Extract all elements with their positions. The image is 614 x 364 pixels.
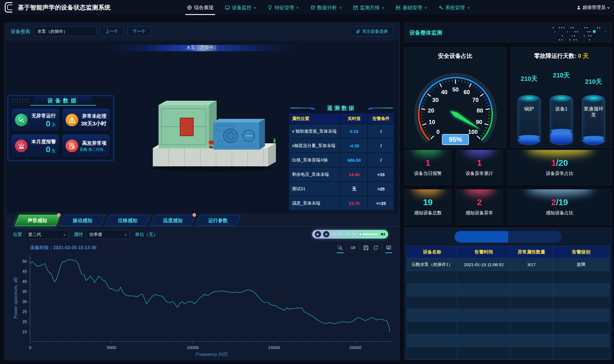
stat-value: 0天 bbox=[46, 120, 56, 128]
alarm-table-row[interactable] bbox=[407, 309, 610, 322]
nav-icon bbox=[353, 5, 358, 10]
next-device-button[interactable]: 下一个 bbox=[127, 26, 151, 36]
stat-value: 2/19 bbox=[551, 198, 568, 207]
player-seek-slider[interactable] bbox=[359, 234, 378, 235]
svg-text:30: 30 bbox=[22, 299, 27, 304]
nav-icon bbox=[187, 5, 192, 10]
telemetry-row[interactable]: 位移_泵体首端X轴 686.00 / bbox=[289, 153, 394, 167]
alarm-monitor-panel: 设备名称告警时间异常属性数量告警级别 云酷水泵（勿操作1）2021-01-15 … bbox=[404, 227, 612, 360]
svg-text:Power spectrum, dB: Power spectrum, dB bbox=[13, 277, 18, 319]
device-panel: 设备搜索 上一个 下一个 关注设备选择 水泵（勿操作） bbox=[4, 22, 400, 360]
warning-triangle-icon bbox=[66, 114, 78, 126]
focus-device-button[interactable]: 关注设备选择 bbox=[350, 26, 393, 36]
alarm-table-row[interactable] bbox=[407, 271, 610, 284]
sense-tab[interactable]: 温度感知 bbox=[150, 215, 196, 226]
spectrum-chart-section: 采集时间：2021-02-05 15:13:46 152025303540455… bbox=[12, 243, 395, 359]
chevron-down-icon: ∨ bbox=[607, 6, 610, 9]
stop-button[interactable]: ■ bbox=[323, 231, 329, 237]
device-title-banner: 水泵（勿操作） bbox=[99, 44, 306, 52]
svg-text:50: 50 bbox=[22, 259, 27, 264]
svg-text:30: 30 bbox=[432, 97, 438, 103]
nav-item[interactable]: 监测月报 ∨ bbox=[347, 0, 390, 15]
cylinder-group: 210天 锅炉 210天 设备1 210天 浆液循环泵 bbox=[511, 64, 612, 145]
chevron-down-icon: ∨ bbox=[63, 233, 66, 236]
svg-text:100: 100 bbox=[468, 129, 478, 135]
nav-item[interactable]: 系统管理 ∨ bbox=[433, 0, 475, 15]
prev-device-button[interactable]: 上一个 bbox=[100, 26, 124, 36]
alarm-tab[interactable] bbox=[455, 231, 508, 243]
sense-tab[interactable]: 振动感知 bbox=[60, 215, 105, 226]
overview-stat-box: 2 感知设备异常 bbox=[455, 189, 503, 225]
sense-tab[interactable]: 运行参数 bbox=[196, 215, 241, 226]
attribute-label: 属性 bbox=[74, 232, 83, 238]
refresh-icon[interactable] bbox=[372, 244, 379, 251]
overview-stat-box: 1/20 设备异常占比 bbox=[507, 150, 612, 185]
user-menu[interactable]: 超级管理员 ∨ bbox=[577, 0, 609, 15]
alert-badge bbox=[192, 213, 196, 217]
nav-item[interactable]: 基础管理 ∨ bbox=[390, 0, 432, 15]
svg-text:10000: 10000 bbox=[187, 345, 199, 350]
telemetry-row[interactable]: 剩余电压_泵体末端 14.00 <15 bbox=[289, 167, 394, 182]
cylinder-name: 浆液循环泵 bbox=[584, 106, 604, 118]
telemetry-col-attr: 属性位置 bbox=[289, 113, 340, 124]
overview-title: 设备整体监测 bbox=[409, 29, 442, 37]
zoom-tool-icon[interactable] bbox=[337, 244, 344, 251]
nav-label: 基础管理 bbox=[403, 4, 422, 11]
search-label: 设备搜索 bbox=[11, 28, 30, 35]
chart-toolbox bbox=[337, 244, 392, 251]
telemetry-row[interactable]: x轴直流分量_泵体末端 -4.30 / bbox=[289, 138, 394, 153]
sense-tabs: 声音感知 振动感知 位移感知 温度感知 运行参数 bbox=[17, 215, 239, 226]
stat-label: 感知设备异常 bbox=[466, 210, 493, 216]
telemetry-row[interactable]: 温度_泵体末端 23.75 <=25 bbox=[289, 196, 394, 210]
nav-item[interactable]: 数据分析 ∨ bbox=[305, 0, 347, 15]
cylinder-days: 210天 bbox=[585, 77, 602, 86]
sense-tab[interactable]: 声音感知 bbox=[15, 215, 60, 226]
alarm-table-row[interactable] bbox=[407, 296, 610, 309]
play-button[interactable]: ▶ bbox=[315, 231, 321, 237]
telemetry-row[interactable]: x 轴加速度值_泵体末端 0.33 / bbox=[289, 124, 394, 138]
chev4ron-down-icon: ∨ bbox=[424, 6, 428, 9]
stat-value: 2 bbox=[477, 198, 482, 207]
alert-badge bbox=[57, 213, 60, 217]
alarm-table-row[interactable] bbox=[407, 334, 610, 347]
3d-viewport[interactable]: 水泵（勿操作） bbox=[6, 40, 398, 213]
save-image-icon[interactable] bbox=[363, 244, 369, 251]
user-icon bbox=[577, 5, 581, 10]
svg-text:Frequency [HZ]: Frequency [HZ] bbox=[196, 352, 228, 357]
pump-3d-model[interactable] bbox=[144, 83, 279, 173]
device-search-input[interactable] bbox=[34, 26, 96, 36]
device-stat-card: 本月度报警 0次 bbox=[12, 134, 59, 157]
zero-fault-value: 0 天 bbox=[578, 53, 589, 59]
position-select[interactable]: 第二代 ∨ bbox=[25, 230, 69, 239]
telemetry-row[interactable]: 测试51 无 >25 bbox=[289, 182, 394, 196]
alarm-table-row[interactable] bbox=[407, 322, 610, 334]
alarm-table-row[interactable] bbox=[407, 284, 610, 296]
stat-value: 1 bbox=[477, 159, 482, 167]
attribute-select[interactable]: 功率谱 ∨ bbox=[86, 230, 130, 239]
nav-item[interactable]: 综合展现 ∨ bbox=[181, 0, 219, 15]
siren-icon bbox=[15, 140, 28, 152]
seek-handle[interactable] bbox=[358, 232, 362, 236]
cylinder-name: 设备1 bbox=[551, 106, 571, 112]
cylinder-days: 210天 bbox=[521, 75, 538, 83]
overview-stat-box: 19 感知设备总数 bbox=[404, 189, 452, 225]
cylinder-fill bbox=[551, 131, 572, 144]
nav-item[interactable]: 设备监控 ∨ bbox=[219, 0, 262, 15]
spectrum-chart[interactable]: 152025303540455005000100001500020000Freq… bbox=[12, 253, 395, 357]
nav-item[interactable]: 特征管理 ∨ bbox=[262, 0, 304, 15]
position-label: 位置 bbox=[13, 232, 22, 238]
nav-icon bbox=[438, 5, 443, 10]
cylinder-rim-glow bbox=[551, 95, 572, 102]
user-name: 超级管理员 bbox=[583, 5, 606, 11]
cylinder-rim-glow bbox=[518, 95, 540, 102]
volume-icon[interactable] bbox=[380, 231, 386, 237]
alarm-table-row[interactable] bbox=[407, 347, 610, 360]
tabs-divider bbox=[4, 226, 400, 226]
unit-label: 单位（无） bbox=[135, 232, 158, 238]
alarm-table-row[interactable]: 云酷水泵（勿操作1）2021-01-15 11:06:523/17故障 bbox=[407, 258, 610, 271]
zoom-reset-icon[interactable] bbox=[350, 244, 356, 251]
sense-tab[interactable]: 位移感知 bbox=[105, 215, 150, 226]
alarm-col-header: 告警级别 bbox=[553, 246, 609, 258]
alarm-tab[interactable] bbox=[508, 231, 562, 243]
data-view-icon[interactable] bbox=[385, 244, 392, 251]
